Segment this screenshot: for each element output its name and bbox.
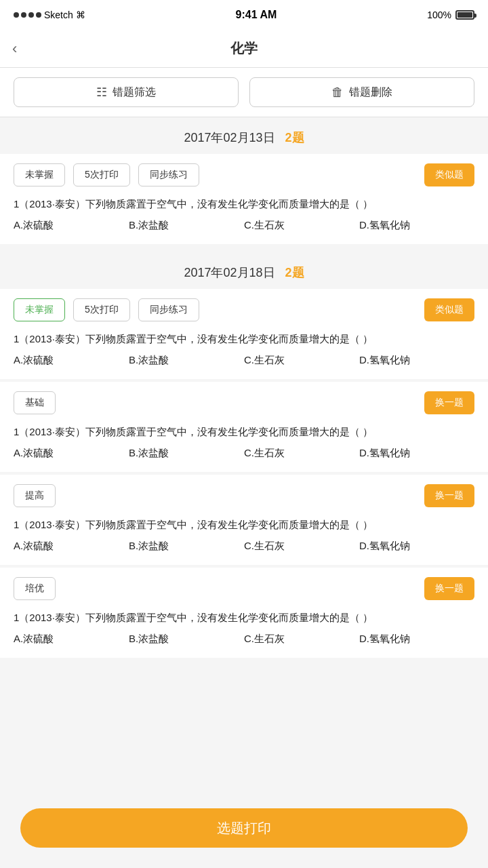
delete-label: 错题删除 [349,85,392,100]
option-a-2-4: A.浓硫酸 [14,633,129,646]
status-right: 100% [427,9,474,20]
action-row-2-3: 提高 换一题 [14,484,474,507]
question-options-2-4: A.浓硫酸 B.浓盐酸 C.生石灰 D.氢氧化钠 [14,633,474,646]
swap-btn-tigao[interactable]: 换一题 [424,484,474,507]
option-c-2-3: C.生石灰 [244,540,359,553]
question-card-2-3: 提高 换一题 1（2013·泰安）下列物质露置于空气中，没有发生化学变化而质量增… [0,475,488,565]
option-d-2-1: D.氢氧化钠 [359,354,474,367]
question-text-1-1: 1（2013·泰安）下列物质露置于空气中，没有发生化学变化而质量增大的是（ ） [14,196,474,212]
delete-button[interactable]: 🗑 错题删除 [249,77,474,107]
question-options-1-1: A.浓硫酸 B.浓盐酸 C.生石灰 D.氢氧化钠 [14,219,474,232]
option-b-2-2: B.浓盐酸 [129,447,244,460]
filter-button[interactable]: ☷ 错题筛选 [14,77,239,107]
question-options-2-3: A.浓硫酸 B.浓盐酸 C.生石灰 D.氢氧化钠 [14,540,474,553]
print-btn-1[interactable]: 5次打印 [73,163,130,186]
question-text-2-2: 1（2013·泰安）下列物质露置于空气中，没有发生化学变化而质量增大的是（ ） [14,424,474,440]
option-a-2-1: A.浓硫酸 [14,354,129,367]
section-header-1: 2017年02月13日 2题 [0,117,488,154]
battery-icon [455,10,474,20]
similar-btn-1[interactable]: 类似题 [424,163,474,186]
option-d-2-3: D.氢氧化钠 [359,540,474,553]
print-select-button[interactable]: 选题打印 [20,808,468,848]
toolbar: ☷ 错题筛选 🗑 错题删除 [0,68,488,117]
similar-btn-2[interactable]: 类似题 [424,298,474,321]
section-date-1: 2017年02月13日 [184,131,274,144]
filter-label: 错题筛选 [113,85,156,100]
option-a-2-3: A.浓硫酸 [14,540,129,553]
tag-btn-peiyou[interactable]: 培优 [14,577,56,600]
option-d-2-2: D.氢氧化钠 [359,447,474,460]
section-date-2: 2017年02月18日 [184,266,274,279]
option-b-2-4: B.浓盐酸 [129,633,244,646]
sync-btn-2[interactable]: 同步练习 [138,298,199,321]
sync-btn-1[interactable]: 同步练习 [138,163,199,186]
tag-btn-jichu[interactable]: 基础 [14,391,56,414]
question-card-2-2: 基础 换一题 1（2013·泰安）下列物质露置于空气中，没有发生化学变化而质量增… [0,382,488,472]
section-count-1: 2题 [285,131,304,144]
bottom-bar: 选题打印 [0,797,488,868]
carrier-label: Sketch [44,9,73,20]
status-time: 9:41 AM [85,9,427,21]
option-d-2-4: D.氢氧化钠 [359,633,474,646]
option-d-1-1: D.氢氧化钠 [359,219,474,232]
action-row-2-2: 基础 换一题 [14,391,474,414]
not-mastered-btn-2[interactable]: 未掌握 [14,298,65,321]
question-text-2-4: 1（2013·泰安）下列物质露置于空气中，没有发生化学变化而质量增大的是（ ） [14,610,474,626]
question-options-2-2: A.浓硫酸 B.浓盐酸 C.生石灰 D.氢氧化钠 [14,447,474,460]
filter-icon: ☷ [96,85,107,100]
option-b-1-1: B.浓盐酸 [129,219,244,232]
action-row-2-1: 未掌握 5次打印 同步练习 类似题 [14,298,474,321]
question-options-2-1: A.浓硫酸 B.浓盐酸 C.生石灰 D.氢氧化钠 [14,354,474,367]
option-c-2-4: C.生石灰 [244,633,359,646]
option-c-2-1: C.生石灰 [244,354,359,367]
wifi-icon: ⌘ [76,9,85,20]
option-c-2-2: C.生石灰 [244,447,359,460]
tag-btn-tigao[interactable]: 提高 [14,484,56,507]
print-btn-2[interactable]: 5次打印 [73,298,130,321]
action-row-1-1: 未掌握 5次打印 同步练习 类似题 [14,163,474,186]
question-text-2-3: 1（2013·泰安）下列物质露置于空气中，没有发生化学变化而质量增大的是（ ） [14,517,474,533]
option-b-2-3: B.浓盐酸 [129,540,244,553]
divider-1 [0,247,488,252]
page-title: 化学 [230,39,258,58]
status-bar: Sketch ⌘ 9:41 AM 100% [0,0,488,30]
question-text-2-1: 1（2013·泰安）下列物质露置于空气中，没有发生化学变化而质量增大的是（ ） [14,331,474,347]
swap-btn-peiyou[interactable]: 换一题 [424,577,474,600]
bottom-spacer [0,660,488,742]
section-header-2: 2017年02月18日 2题 [0,252,488,289]
question-card-1-1: 未掌握 5次打印 同步练习 类似题 1（2013·泰安）下列物质露置于空气中，没… [0,154,488,244]
action-row-2-4: 培优 换一题 [14,577,474,600]
section-count-2: 2题 [285,266,304,279]
option-a-1-1: A.浓硫酸 [14,219,129,232]
question-card-2-1: 未掌握 5次打印 同步练习 类似题 1（2013·泰安）下列物质露置于空气中，没… [0,289,488,379]
question-card-2-4: 培优 换一题 1（2013·泰安）下列物质露置于空气中，没有发生化学变化而质量增… [0,568,488,658]
signal-icon [14,12,41,18]
battery-label: 100% [427,9,451,20]
option-a-2-2: A.浓硫酸 [14,447,129,460]
option-c-1-1: C.生石灰 [244,219,359,232]
option-b-2-1: B.浓盐酸 [129,354,244,367]
trash-icon: 🗑 [331,85,344,100]
swap-btn-jichu[interactable]: 换一题 [424,391,474,414]
not-mastered-btn-1[interactable]: 未掌握 [14,163,65,186]
back-button[interactable]: ‹ [12,40,17,58]
nav-bar: ‹ 化学 [0,30,488,68]
status-carrier: Sketch ⌘ [14,9,85,20]
